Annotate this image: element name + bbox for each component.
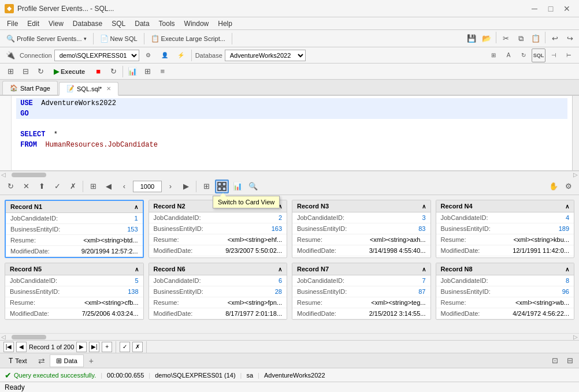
- menu-view[interactable]: View: [44, 18, 68, 29]
- toolbar-cmd4[interactable]: ⊣: [547, 48, 561, 62]
- card-n4-collapse-icon[interactable]: ∧: [565, 203, 569, 210]
- next-button[interactable]: ›: [164, 180, 177, 193]
- fullscreen-button[interactable]: ⊡: [548, 354, 562, 368]
- new-sql-button[interactable]: 📄 New SQL: [96, 32, 142, 46]
- refresh-results-button[interactable]: ↻: [3, 180, 17, 193]
- cut-button[interactable]: ✂: [499, 32, 513, 46]
- cancel-nav-button[interactable]: ✗: [132, 342, 143, 352]
- card-n5-collapse-icon[interactable]: ∧: [135, 266, 139, 272]
- filter-button[interactable]: ⚡: [174, 48, 188, 62]
- explain-button[interactable]: 📊: [125, 65, 139, 79]
- card-n5[interactable]: Record N5 ∧ JobCandidateID:5 BusinessEnt…: [5, 263, 144, 320]
- toolbar-cmd1[interactable]: ⊞: [487, 48, 500, 62]
- open-button[interactable]: 📂: [480, 32, 493, 46]
- paste-button[interactable]: 📋: [529, 32, 543, 46]
- grid-view-button[interactable]: ⊞: [86, 180, 100, 193]
- database-select[interactable]: AdventureWorks2022: [225, 50, 306, 61]
- card-n6-collapse-icon[interactable]: ∧: [278, 266, 282, 272]
- tab-start-page[interactable]: 🏠 Start Page: [2, 81, 58, 95]
- connection-icon-button[interactable]: 🔌: [3, 48, 17, 62]
- prev-page-button[interactable]: ◀: [102, 180, 116, 193]
- page-size-input[interactable]: [133, 181, 162, 192]
- menu-sql[interactable]: SQL: [107, 18, 130, 29]
- close-button[interactable]: ✕: [559, 3, 574, 14]
- save-button[interactable]: 💾: [465, 32, 478, 46]
- results-hscroll[interactable]: ◁ ▷: [0, 333, 579, 340]
- prev-button[interactable]: ‹: [117, 180, 131, 193]
- toolbar-small-1[interactable]: ⊞: [3, 65, 17, 79]
- tab-sql-close-icon[interactable]: ✕: [106, 85, 111, 92]
- card-n1[interactable]: Record N1 ∧ JobCandidateID: 1 BusinessEn…: [5, 200, 144, 258]
- card-n3[interactable]: Record N3 ∧ JobCandidateID:3 BusinessEnt…: [292, 200, 431, 258]
- tooltip-text: Switch to Card View: [218, 199, 274, 206]
- last-record-button[interactable]: ▶|: [89, 342, 99, 352]
- user-button[interactable]: 👤: [158, 48, 172, 62]
- editor-content[interactable]: USE AdventureWorks2022 GO SELECT * FROM …: [12, 96, 572, 170]
- card-n3-collapse-icon[interactable]: ∧: [422, 203, 426, 210]
- settings-button[interactable]: ⚙: [562, 180, 576, 193]
- execute-button[interactable]: ▶ Execute: [49, 65, 90, 78]
- connection-select[interactable]: demo\SQLEXPRESS01: [54, 50, 139, 61]
- editor-scrollbar[interactable]: [572, 96, 579, 170]
- tab-bar: 🏠 Start Page 📝 SQL.sql* ✕: [0, 80, 579, 96]
- format-button[interactable]: ≡: [155, 65, 169, 79]
- menu-file[interactable]: File: [2, 18, 23, 29]
- hand-tool-button[interactable]: ✋: [547, 180, 561, 193]
- columns-button[interactable]: ⊞: [140, 65, 154, 79]
- minimize-button[interactable]: ─: [527, 3, 542, 14]
- toolbar-small-3[interactable]: ↻: [34, 65, 47, 79]
- next-record-button[interactable]: ▶: [76, 342, 87, 352]
- toolbar-cmd3[interactable]: ↻: [517, 48, 530, 62]
- prev-record-button[interactable]: ◀: [16, 342, 27, 352]
- chart-view-button[interactable]: 📊: [231, 180, 244, 193]
- menu-help[interactable]: Help: [213, 18, 237, 29]
- card-n7-collapse-icon[interactable]: ∧: [422, 266, 426, 272]
- redo-button[interactable]: ↪: [563, 32, 577, 46]
- tab-sql[interactable]: 📝 SQL.sql* ✕: [59, 82, 118, 96]
- add-tab-button[interactable]: +: [85, 354, 98, 367]
- card-n1-field-2: BusinessEntityID:: [10, 226, 60, 233]
- card-n2[interactable]: Record N2 ∧ JobCandidateID: 2 BusinessEn…: [149, 200, 288, 258]
- table-view-button[interactable]: ⊞: [199, 180, 213, 193]
- restore-button[interactable]: ⊟: [563, 354, 577, 368]
- stop-button[interactable]: ■: [91, 65, 105, 79]
- sql-mode-button[interactable]: SQL: [532, 48, 545, 62]
- refresh-button[interactable]: ↻: [106, 65, 120, 79]
- stop-results-button[interactable]: ✕: [19, 180, 33, 193]
- undo-button[interactable]: ↩: [548, 32, 562, 46]
- bottom-tab-text[interactable]: T Text: [2, 354, 34, 367]
- bottom-tab-data[interactable]: ⊞ Data: [50, 354, 84, 367]
- next-page-button[interactable]: ▶: [179, 180, 193, 193]
- check-button[interactable]: ✓: [50, 180, 64, 193]
- card-view-button[interactable]: [215, 180, 229, 193]
- cancel-results-button[interactable]: ✗: [66, 180, 80, 193]
- export-button[interactable]: ⬆: [35, 180, 49, 193]
- menu-window[interactable]: Window: [180, 18, 214, 29]
- toolbar-cmd5[interactable]: ⊢: [562, 48, 576, 62]
- menu-edit[interactable]: Edit: [23, 18, 44, 29]
- add-record-button[interactable]: +: [102, 342, 112, 352]
- toolbar-small-2[interactable]: ⊟: [18, 65, 32, 79]
- confirm-nav-button[interactable]: ✓: [120, 342, 130, 352]
- maximize-button[interactable]: □: [543, 3, 558, 14]
- card-n8[interactable]: Record N8 ∧ JobCandidateID:8 BusinessEnt…: [436, 263, 575, 320]
- menu-tools[interactable]: Tools: [154, 18, 180, 29]
- card-n6[interactable]: Record N6 ∧ JobCandidateID:6 BusinessEnt…: [149, 263, 288, 320]
- card-n4[interactable]: Record N4 ∧ JobCandidateID:4 BusinessEnt…: [436, 200, 575, 258]
- card-n1-collapse-icon[interactable]: ∧: [134, 204, 138, 210]
- toolbar-cmd2[interactable]: A: [502, 48, 515, 62]
- card-n8-collapse-icon[interactable]: ∧: [565, 266, 569, 272]
- search-results-button[interactable]: 🔍: [246, 180, 260, 193]
- menu-data[interactable]: Data: [130, 18, 154, 29]
- bottom-tab-text-label: Text: [15, 357, 27, 364]
- first-record-button[interactable]: |◀: [3, 342, 14, 352]
- sql-line-3: [16, 119, 567, 129]
- execute-large-script-button[interactable]: 📋 Execute Large Script...: [147, 32, 229, 46]
- copy-button[interactable]: ⧉: [514, 32, 528, 46]
- tab-transfer-button[interactable]: ⇄: [35, 354, 49, 368]
- menu-database[interactable]: Database: [68, 18, 107, 29]
- connection-settings-button[interactable]: ⚙: [142, 48, 155, 62]
- card-n7[interactable]: Record N7 ∧ JobCandidateID:7 BusinessEnt…: [292, 263, 431, 320]
- profile-server-events-button[interactable]: 🔍 Profile Server Events... ▾: [2, 32, 91, 46]
- editor-hscroll[interactable]: ◁ ▷: [0, 171, 579, 178]
